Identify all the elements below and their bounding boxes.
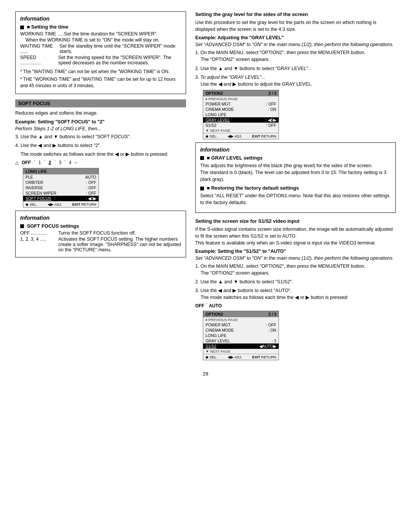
osd-row-cinemamode-s1s2: CINEMA MODE : ON	[203, 328, 279, 333]
sf-1234-val: Activates the SOFT FOCUS setting. The hi…	[58, 236, 181, 252]
gray-level-heading: Setting the gray level for the sides of …	[195, 11, 396, 17]
osd-row-powermgt-s1s2: POWER MGT. : OFF	[203, 322, 279, 328]
info-box-title-3: Information	[200, 147, 391, 153]
info-box-title-2: Information	[20, 215, 181, 221]
waiting-time-key: WAITING TIME ......	[20, 43, 59, 54]
step-num-4: 4. Use the ◀ and ▶ buttons to select "2"…	[15, 143, 101, 148]
seq-3: 3	[57, 160, 63, 166]
osd-footer-sel-gray: ◆ SEL.	[206, 134, 217, 138]
sf-off-val: Turns the SOFT FOCUS function off.	[58, 230, 136, 236]
s1s2-italic-note: Set "ADVANCED OSM" to "ON" in the main m…	[195, 256, 396, 261]
note-1: * The "WAITING TIME" can not be set when…	[20, 69, 181, 75]
osd-label-s1s2: S1/S2	[206, 123, 217, 128]
osd-row-graylevel: GRAY LEVEL : ◀5▶	[203, 117, 279, 123]
osd-title-row-gray: OPTION2 2 / 3	[203, 90, 279, 96]
osd-val-screen-wiper: : OFF	[86, 191, 96, 195]
osd-row-longlife-s1s2: LONG LIFE	[203, 333, 279, 338]
seq-1: 1	[37, 160, 43, 166]
osd-prev-page-s1s2: ♦ PREVIOUS PAGE	[203, 317, 279, 322]
black-square-icon-2	[20, 224, 24, 228]
gray-level-example: Example: Adjusting the "GRAY LEVEL"	[195, 35, 396, 40]
s1s2-step-1-sub: The "OPTION2" screen appears.	[201, 270, 270, 276]
s1s2-example: Example: Setting the "S1/S2" to "AUTO"	[195, 249, 396, 254]
right-column: Setting the gray level for the sides of …	[195, 11, 396, 363]
s1s2-step-3: 3. Use the ◀ and ▶ buttons to select "AU…	[195, 287, 396, 301]
osd-footer-adj-s1s2: ◀▶ ADJ.	[228, 355, 242, 359]
osd-label-inverse: INVERSE	[25, 185, 43, 190]
osd-row-s1s2-gray: S1/S2 : OFF	[203, 123, 279, 128]
soft-focus-step-3: 3. Use the ▲ and ▼ buttons to select "SO…	[15, 133, 186, 140]
osd-row-ple: PLE AUTO	[23, 174, 99, 180]
osd-footer-adj-gray: ◀▶ ADJ.	[228, 134, 242, 138]
mode-switch-note: The mode switches as follows each time t…	[21, 151, 186, 158]
osd-val-graylevel: : ◀5▶	[266, 118, 276, 122]
sf-1234-key: 1, 2, 3, 4 .....	[20, 236, 58, 242]
soft-focus-1234-entry: 1, 2, 3, 4 ..... Activates the SOFT FOCU…	[20, 236, 181, 252]
info-box-setting-time: Information ■ Setting the time WORKING T…	[15, 11, 186, 94]
note-2: * THE "WORKING TIME" and "WAITING TIME" …	[20, 76, 181, 89]
working-time-note: When the WORKING TIME is set to "ON" the…	[25, 37, 181, 43]
osd-val-powermgt-s1s2: : OFF	[266, 323, 276, 327]
osd-val-ple: AUTO	[85, 175, 96, 179]
osd-row-inverse: INVERSE : OFF	[23, 185, 99, 190]
soft-focus-desc: Reduces edges and softens the image.	[15, 110, 186, 117]
sub-heading-setting-time: ■ Setting the time	[20, 24, 181, 30]
s1s2-step-1: 1. On the MAIN MENU, select "OPTION2", t…	[195, 263, 396, 276]
osd-label-longlife-s1s2: LONG LIFE	[206, 333, 226, 338]
s1s2-step-3-sub: The mode switches as follows each time t…	[201, 295, 348, 300]
osd-val-s1s2-val: : ◀AUTO▶	[257, 344, 276, 348]
osd-val-cinemamode-s1s2: : ON	[268, 328, 276, 332]
osd-label-graylevel-s1s2: GRAY LEVEL	[206, 339, 230, 343]
osd-label-graylevel: GRAY LEVEL	[206, 118, 230, 122]
soft-focus-header: SOFT FOCUS	[15, 99, 186, 107]
osd-label-screen-wiper: SCREEN WIPER	[25, 191, 56, 195]
osd-row-longlife-gray: LONG LIFE	[203, 112, 279, 117]
waiting-time-entry: WAITING TIME ...... Set the standby time…	[20, 43, 181, 54]
osd-title: LONG LIFE	[25, 169, 47, 174]
seq-delta: △	[15, 160, 19, 165]
working-time-note-text: When the WORKING TIME is set to "ON" the…	[25, 37, 160, 43]
working-time-key: WORKING TIME .....	[20, 31, 64, 37]
seq-off: OFF	[20, 160, 32, 166]
osd-label-orbiter: ORBITER	[25, 180, 43, 185]
osd-val-soft-focus: : ◀2▶	[86, 196, 96, 201]
factory-default-desc: Select "ALL RESET" under the OPTION1 men…	[200, 192, 391, 206]
long-life-osd: LONG LIFE PLE AUTO ORBITER : OFF INVERSE…	[23, 168, 99, 208]
osd-footer-s1s2: ◆ SEL. ◀▶ ADJ. EXIT RETURN	[203, 354, 279, 360]
page-layout: Information ■ Setting the time WORKING T…	[15, 11, 396, 363]
speed-val: Set the moving speed for the "SCREEN WIP…	[58, 55, 181, 66]
osd-val-powermgt: : OFF	[266, 102, 276, 106]
osd-val-cinemamode: : ON	[268, 107, 276, 112]
gray-level-section: Setting the gray level for the sides of …	[195, 11, 396, 139]
soft-focus-sequence: △ OFF ` 1 ` 2 ` 3 ` 4 –	[15, 160, 186, 166]
osd-label-cinemamode: CINEMA MODE	[206, 107, 234, 112]
gray-step-3-sub: Use the ◀ and ▶ buttons to adjust the GR…	[201, 81, 312, 87]
osd-val-inverse: : OFF	[86, 185, 96, 190]
black-square-icon-3	[200, 156, 204, 160]
osd-val-orbiter: : OFF	[86, 180, 96, 185]
black-square-icon	[20, 26, 24, 29]
speed-entry: SPEED ................ Set the moving sp…	[20, 55, 181, 66]
osd-footer-adj: ◀▶ ADJ.	[48, 202, 62, 206]
gray-step-1-sub: The "OPTION2" screen appears.	[201, 57, 270, 62]
osd-row-screen-wiper: SCREEN WIPER : OFF	[23, 190, 99, 196]
soft-focus-off-entry: OFF ............ Turns the SOFT FOCUS fu…	[20, 230, 181, 236]
sub-heading-factory-default: ■ Restoring the factory default settings	[200, 185, 391, 191]
page-number: 29	[15, 371, 396, 377]
osd-footer-exit: EXIT RETURN	[72, 202, 96, 206]
osd-val-s1s2: : OFF	[266, 123, 276, 128]
osd-footer: ◆ SEL. ◀▶ ADJ. EXIT RETURN	[23, 201, 99, 207]
gray-level-info: This adjusts the brightness of the black…	[200, 162, 391, 183]
osd-next-page-gray: ▼ NEXT PAGE	[203, 128, 279, 133]
s1s2-heading: Setting the screen size for S1/S2 video …	[195, 218, 396, 224]
sf-off-key: OFF ............	[20, 230, 58, 236]
seq-off-s1s2: OFF	[195, 303, 204, 308]
osd-footer-gray: ◆ SEL. ◀▶ ADJ. EXIT RETURN	[203, 133, 279, 139]
s1s2-section: Setting the screen size for S1/S2 video …	[195, 218, 396, 360]
gray-level-desc: Use this procedure to set the gray level…	[195, 19, 396, 33]
osd-label-s1s2-val: S1/S2	[206, 344, 217, 348]
speed-key: SPEED ................	[20, 55, 58, 66]
osd-page-gray: 2 / 3	[269, 91, 276, 96]
osd-footer-exit-gray: EXIT RETURN	[252, 134, 276, 138]
osd-row-powermgt-gray: POWER MGT. : OFF	[203, 101, 279, 107]
